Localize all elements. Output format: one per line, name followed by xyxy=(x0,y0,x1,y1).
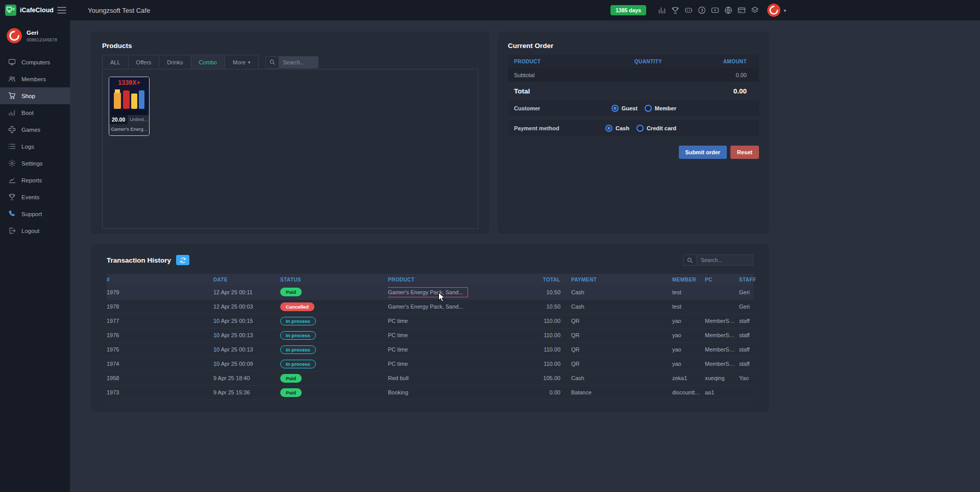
cash-radio[interactable] xyxy=(605,125,612,132)
transaction-payment-cell: QR xyxy=(564,314,672,328)
transaction-total-cell: 0.00 xyxy=(521,385,564,400)
globe-icon[interactable] xyxy=(724,6,732,15)
tab-all[interactable]: ALL ▾ xyxy=(102,55,129,69)
transactions-search-input[interactable] xyxy=(696,254,753,266)
chevron-down-icon[interactable]: ▾ xyxy=(783,8,786,13)
trophy-icon[interactable] xyxy=(671,6,679,15)
transaction-status-cell: In process xyxy=(280,328,388,342)
transaction-product-cell[interactable]: Gamer's Energy Pack, Sand... xyxy=(388,299,521,314)
sidebar-item-shop[interactable]: Shop xyxy=(0,87,70,104)
sidebar: Geri 008612345678 Computers Members Shop… xyxy=(0,20,70,492)
subscription-days-badge[interactable]: 1385 days xyxy=(610,5,646,15)
sidebar-item-logout[interactable]: Logout xyxy=(0,222,70,239)
logout-icon xyxy=(8,227,16,235)
transaction-date-cell: 12 Apr 25 00:11 xyxy=(213,285,280,299)
transactions-header-row: # DATE STATUS PRODUCT TOTAL PAYMENT MEMB… xyxy=(107,274,753,285)
transactions-table: # DATE STATUS PRODUCT TOTAL PAYMENT MEMB… xyxy=(107,274,753,400)
sidebar-item-reports[interactable]: Reports xyxy=(0,172,70,189)
discord-icon[interactable] xyxy=(684,6,693,15)
logs-icon xyxy=(8,143,16,150)
member-radio-label[interactable]: Member xyxy=(655,105,676,111)
transaction-row[interactable]: 1958 9 Apr 25 18:40 Paid Red bull 105.00… xyxy=(107,371,753,385)
products-search-input[interactable] xyxy=(279,56,318,68)
transaction-product-cell[interactable]: PC time xyxy=(388,357,521,371)
transaction-product-cell[interactable]: Gamer's Energy Pack, Sand... xyxy=(388,285,521,299)
transaction-row[interactable]: 1977 10 Apr 25 00:15 In process PC time … xyxy=(107,314,753,328)
sidebar-item-games[interactable]: Games xyxy=(0,121,70,138)
tab-drinks[interactable]: Drinks ▾ xyxy=(159,55,191,69)
transaction-product-cell[interactable]: PC time xyxy=(388,328,521,342)
transaction-row[interactable]: 1974 10 Apr 25 00:09 In process PC time … xyxy=(107,357,753,371)
transaction-product-cell[interactable]: Red bull xyxy=(388,371,521,385)
cash-radio-label[interactable]: Cash xyxy=(616,125,629,131)
topbar-icon-row: f xyxy=(657,6,759,15)
sidebar-item-label: Shop xyxy=(21,93,35,99)
transactions-search xyxy=(683,254,753,266)
status-badge: In process xyxy=(280,345,316,354)
settings-icon xyxy=(8,159,16,167)
sidebar-item-label: Boot xyxy=(21,110,34,116)
products-panel: 1339X+ 20.00 Unlimit... Gamer's Energ... xyxy=(102,69,478,229)
guest-radio-label[interactable]: Guest xyxy=(622,105,638,111)
status-badge: In process xyxy=(280,317,316,325)
product-card-gamers-energy[interactable]: 1339X+ 20.00 Unlimit... Gamer's Energ... xyxy=(109,77,150,136)
transaction-date-cell: 10 Apr 25 00:13 xyxy=(213,328,280,342)
tab-combo[interactable]: Combo ▾ xyxy=(191,55,225,69)
app-logo[interactable]: iCafeCloud xyxy=(0,5,53,16)
transaction-id-cell: 1979 xyxy=(107,285,213,299)
youtube-icon[interactable] xyxy=(710,6,719,15)
user-avatar[interactable] xyxy=(767,4,780,17)
transaction-total-cell: 105.00 xyxy=(521,371,564,385)
transaction-product-cell[interactable]: PC time xyxy=(388,314,521,328)
transaction-date-cell: 9 Apr 25 15:36 xyxy=(213,385,280,400)
refresh-button[interactable] xyxy=(176,255,189,265)
order-subtotal-row: Subtotal 0.00 xyxy=(508,68,759,82)
member-radio[interactable] xyxy=(645,105,652,112)
transaction-id-cell: 1978 xyxy=(107,299,213,314)
guest-radio[interactable] xyxy=(611,105,619,112)
transaction-date-cell: 10 Apr 25 00:15 xyxy=(213,314,280,328)
product-name: Gamer's Energ... xyxy=(109,124,149,135)
transaction-date-cell: 12 Apr 25 00:03 xyxy=(213,299,280,314)
transaction-pc-cell xyxy=(705,285,739,299)
sidebar-item-label: Computers xyxy=(21,59,50,65)
transaction-status-cell: Paid xyxy=(280,285,388,299)
transaction-row[interactable]: 1978 12 Apr 25 00:03 Cancelled Gamer's E… xyxy=(107,299,753,314)
reset-button[interactable]: Reset xyxy=(730,146,759,159)
submit-order-button[interactable]: Submit order xyxy=(679,146,727,159)
credit-card-radio-label[interactable]: Credit card xyxy=(647,125,676,131)
sidebar-item-events[interactable]: Events xyxy=(0,189,70,205)
sidebar-item-boot[interactable]: Boot xyxy=(0,104,70,121)
sidebar-item-settings[interactable]: Settings xyxy=(0,155,70,172)
transaction-row[interactable]: 1975 10 Apr 25 00:13 In process PC time … xyxy=(107,342,753,357)
transaction-row[interactable]: 1973 9 Apr 25 15:36 Paid Booking 0.00 Ba… xyxy=(107,385,753,400)
sidebar-item-label: Events xyxy=(21,194,39,200)
transaction-staff-cell: Yao xyxy=(739,371,753,385)
credit-card-radio[interactable] xyxy=(636,125,644,132)
analytics-icon[interactable] xyxy=(657,6,666,15)
col-product: PRODUCT xyxy=(388,274,521,285)
transaction-status-cell: Cancelled xyxy=(280,299,388,314)
sidebar-toggle-button[interactable] xyxy=(57,7,66,14)
sidebar-item-label: Reports xyxy=(21,177,42,183)
tab-more[interactable]: More ▾ xyxy=(225,55,259,69)
transaction-product-cell[interactable]: Booking xyxy=(388,385,521,400)
transaction-row[interactable]: 1976 10 Apr 25 00:13 In process PC time … xyxy=(107,328,753,342)
transaction-row[interactable]: 1979 12 Apr 25 00:11 Paid Gamer's Energy… xyxy=(107,285,753,299)
sidebar-item-computers[interactable]: Computers xyxy=(0,54,70,71)
tab-offers[interactable]: Offers ▾ xyxy=(128,55,160,69)
transaction-product-cell[interactable]: PC time xyxy=(388,342,521,357)
sidebar-item-logs[interactable]: Logs xyxy=(0,138,70,155)
themes-icon[interactable] xyxy=(750,6,759,15)
sidebar-item-support[interactable]: Support xyxy=(0,205,70,222)
col-member: MEMBER xyxy=(672,274,705,285)
sidebar-user[interactable]: Geri 008612345678 xyxy=(0,20,70,50)
tab-label: Combo xyxy=(199,59,217,65)
sidebar-item-members[interactable]: Members xyxy=(0,71,70,87)
transaction-payment-cell: QR xyxy=(564,328,672,342)
topbar: iCafeCloud Youngzsoft Test Cafe 1385 day… xyxy=(0,0,980,20)
facebook-icon[interactable]: f xyxy=(697,6,706,15)
billing-icon[interactable] xyxy=(737,6,746,15)
transaction-status-cell: In process xyxy=(280,314,388,328)
transaction-date-cell: 10 Apr 25 00:13 xyxy=(213,342,280,357)
